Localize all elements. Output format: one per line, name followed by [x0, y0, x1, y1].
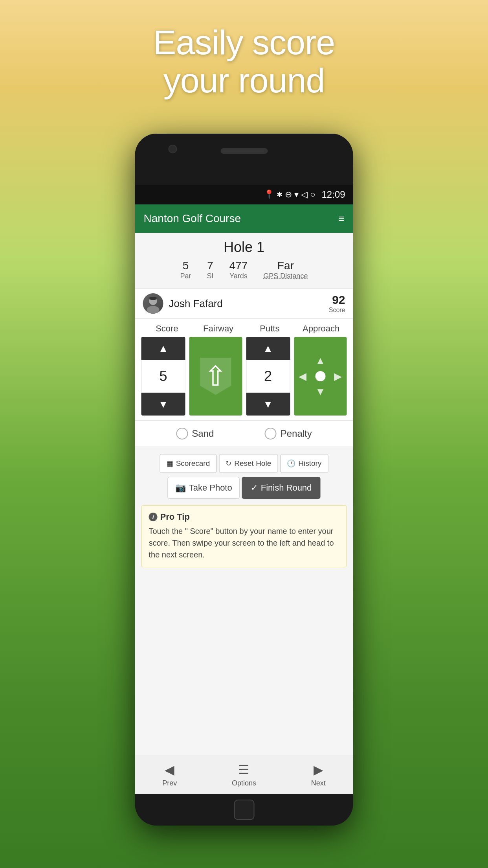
reset-icon: ↻: [226, 459, 231, 468]
phone-top-bezel: [135, 134, 353, 165]
take-photo-button[interactable]: 📷 Take Photo: [168, 477, 240, 499]
pro-tip-box: i Pro Tip Touch the " Score" button by y…: [141, 505, 347, 567]
app-title: Nanton Golf Course: [144, 212, 241, 225]
player-score-label: Score: [329, 307, 345, 313]
phone-bottom-bezel: [135, 794, 353, 826]
approach-control[interactable]: ▲ ◀ ▶ ▼: [294, 337, 347, 416]
scorecard-button[interactable]: ▦ Scorecard: [160, 454, 217, 473]
score-down-button[interactable]: ▼: [141, 393, 185, 416]
location-icon: 📍: [264, 189, 274, 200]
yards-stat: 477 Yards: [229, 259, 248, 280]
action-row-1: ▦ Scorecard ↻ Reset Hole 🕐 History: [135, 447, 353, 477]
action-row-2: 📷 Take Photo ✓ Finish Round: [135, 477, 353, 505]
nav-next[interactable]: ▶ Next: [299, 762, 338, 787]
app-content: Hole 1 5 Par 7 SI 477 Yards Fa: [135, 233, 353, 794]
putts-control: ▲ 2 ▼: [246, 337, 290, 416]
phone-camera: [169, 145, 177, 153]
history-label: History: [298, 459, 321, 468]
phone-screen: 📍 ✱ ⊖ ▾ ◁ ○ 12:09 Nanton Golf Course ≡ H…: [135, 185, 353, 794]
camera-icon: 📷: [175, 483, 186, 493]
take-photo-label: Take Photo: [189, 483, 232, 493]
scorecard-icon: ▦: [167, 459, 173, 468]
approach-pad[interactable]: ▲ ◀ ▶ ▼: [299, 355, 342, 398]
status-icons: 📍 ✱ ⊖ ▾ ◁ ○: [264, 189, 315, 200]
par-label: Par: [180, 272, 191, 280]
score-value-display: 5: [141, 360, 185, 393]
options-icon: ☰: [238, 762, 250, 777]
signal-minus-icon: ⊖: [285, 189, 292, 200]
fairway-header: Fairway: [193, 324, 244, 334]
cell-signal-icon: ◁: [301, 189, 308, 200]
pro-tip-title: i Pro Tip: [149, 512, 339, 522]
gps-label: GPS Distance: [263, 272, 308, 280]
bluetooth-icon: ✱: [277, 190, 283, 199]
nav-options[interactable]: ☰ Options: [220, 762, 268, 787]
wifi-icon: ▾: [294, 189, 299, 200]
approach-left-arrow: ◀: [299, 370, 306, 383]
penalty-checkbox-item[interactable]: Penalty: [265, 428, 312, 440]
penalty-label: Penalty: [281, 428, 312, 439]
sand-checkbox-item[interactable]: Sand: [176, 428, 214, 440]
phone-speaker: [220, 148, 268, 154]
nav-prev[interactable]: ◀ Prev: [150, 762, 189, 787]
approach-down-arrow: ▼: [315, 386, 325, 398]
score-up-button[interactable]: ▲: [141, 337, 185, 360]
par-stat: 5 Par: [180, 259, 191, 280]
approach-header: Approach: [295, 324, 347, 334]
fairway-control[interactable]: ⇧: [189, 337, 242, 416]
approach-right-arrow: ▶: [334, 370, 342, 383]
hamburger-icon[interactable]: ≡: [338, 213, 344, 225]
sand-checkbox[interactable]: [176, 428, 188, 440]
putts-up-button[interactable]: ▲: [246, 337, 290, 360]
bottom-nav: ◀ Prev ☰ Options ▶ Next: [135, 755, 353, 794]
player-score-area: 92 Score: [329, 293, 345, 314]
hero-line1: Easily score: [0, 24, 488, 62]
player-name: Josh Fafard: [169, 298, 329, 310]
status-time: 12:09: [321, 189, 345, 200]
score-header: Score: [141, 324, 193, 334]
hero-text: Easily score your round: [0, 24, 488, 100]
hole-stats: 5 Par 7 SI 477 Yards Far GPS Distance: [135, 259, 353, 285]
reset-hole-label: Reset Hole: [234, 459, 271, 468]
next-label: Next: [311, 779, 326, 787]
si-label: SI: [207, 272, 214, 280]
hero-line2: your round: [0, 62, 488, 100]
sand-label: Sand: [192, 428, 214, 439]
phone-frame: 📍 ✱ ⊖ ▾ ◁ ○ 12:09 Nanton Golf Course ≡ H…: [135, 134, 353, 826]
approach-center-dot: [315, 371, 325, 381]
info-icon: i: [149, 513, 158, 521]
putts-header: Putts: [244, 324, 295, 334]
score-grid-headers: Score Fairway Putts Approach: [141, 324, 347, 334]
putts-down-button[interactable]: ▼: [246, 393, 290, 416]
history-button[interactable]: 🕐 History: [280, 454, 328, 473]
pro-tip-body: Touch the " Score" button by your name t…: [149, 525, 339, 561]
pro-tip-title-text: Pro Tip: [160, 512, 190, 522]
player-card: Josh Fafard 92 Score: [135, 289, 353, 319]
player-score: 92: [329, 293, 345, 307]
prev-label: Prev: [162, 779, 177, 787]
svg-point-1: [147, 306, 160, 314]
checkmark-icon: ✓: [251, 483, 258, 493]
checkbox-row: Sand Penalty: [135, 421, 353, 447]
finish-round-label: Finish Round: [261, 483, 312, 493]
scorecard-label: Scorecard: [176, 459, 210, 468]
yards-label: Yards: [229, 272, 248, 280]
app-header: Nanton Golf Course ≡: [135, 204, 353, 233]
reset-hole-button[interactable]: ↻ Reset Hole: [219, 454, 278, 473]
finish-round-button[interactable]: ✓ Finish Round: [242, 477, 321, 499]
score-control: ▲ 5 ▼: [141, 337, 185, 416]
hole-header: Hole 1 5 Par 7 SI 477 Yards Fa: [135, 233, 353, 289]
yards-value: 477: [229, 259, 248, 272]
history-icon: 🕐: [287, 459, 295, 468]
player-avatar: [143, 293, 163, 314]
approach-up-arrow: ▲: [315, 355, 325, 367]
gps-stat: Far GPS Distance: [263, 259, 308, 280]
par-value: 5: [180, 259, 191, 272]
score-grid: Score Fairway Putts Approach ▲ 5 ▼: [135, 319, 353, 421]
score-grid-controls: ▲ 5 ▼ ⇧ ▲ 2 ▼: [141, 337, 347, 416]
status-bar: 📍 ✱ ⊖ ▾ ◁ ○ 12:09: [135, 185, 353, 204]
home-button[interactable]: [234, 800, 254, 820]
penalty-checkbox[interactable]: [265, 428, 277, 440]
hole-title: Hole 1: [135, 239, 353, 256]
putts-value-display: 2: [246, 360, 290, 393]
